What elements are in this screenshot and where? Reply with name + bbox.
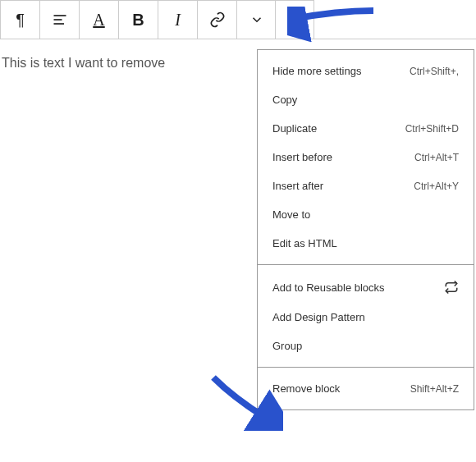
menu-item-label: Hide more settings — [272, 65, 361, 77]
menu-hide-more-settings[interactable]: Hide more settings Ctrl+Shift+, — [258, 57, 474, 85]
menu-copy[interactable]: Copy — [258, 85, 474, 114]
menu-item-shortcut: Ctrl+Alt+T — [414, 152, 459, 163]
menu-item-label: Move to — [272, 208, 310, 221]
paragraph-icon: ¶ — [16, 11, 25, 30]
menu-item-shortcut: Ctrl+Alt+Y — [414, 181, 459, 192]
align-button[interactable] — [39, 0, 79, 39]
menu-item-label: Edit as HTML — [272, 237, 337, 249]
chevron-down-icon — [249, 12, 264, 27]
bold-icon: B — [132, 11, 144, 30]
more-vertical-icon — [294, 14, 296, 26]
menu-item-label: Add Design Pattern — [272, 311, 365, 323]
menu-group[interactable]: Group — [258, 332, 474, 360]
menu-insert-after[interactable]: Insert after Ctrl+Alt+Y — [258, 172, 474, 200]
text-color-icon: A — [93, 11, 104, 30]
menu-item-label: Duplicate — [272, 122, 317, 135]
menu-section-3: Remove block Shift+Alt+Z — [258, 368, 474, 409]
menu-insert-before[interactable]: Insert before Ctrl+Alt+T — [258, 143, 474, 172]
bold-button[interactable]: B — [118, 0, 158, 39]
menu-edit-as-html[interactable]: Edit as HTML — [258, 229, 474, 258]
more-rich-text-button[interactable] — [236, 0, 276, 39]
menu-add-design-pattern[interactable]: Add Design Pattern — [258, 303, 474, 332]
menu-remove-block[interactable]: Remove block Shift+Alt+Z — [258, 374, 474, 403]
link-icon — [209, 11, 226, 28]
italic-button[interactable]: I — [158, 0, 197, 39]
menu-item-shortcut: Shift+Alt+Z — [410, 383, 459, 395]
menu-item-label: Insert after — [272, 180, 323, 192]
align-left-icon — [52, 11, 68, 28]
block-options-menu: Hide more settings Ctrl+Shift+, Copy Dup… — [257, 49, 474, 410]
menu-item-label: Remove block — [272, 382, 340, 395]
menu-duplicate[interactable]: Duplicate Ctrl+Shift+D — [258, 114, 474, 143]
menu-item-shortcut: Ctrl+Shift+D — [405, 123, 459, 135]
menu-section-1: Hide more settings Ctrl+Shift+, Copy Dup… — [258, 50, 474, 265]
menu-move-to[interactable]: Move to — [258, 200, 474, 229]
menu-item-label: Insert before — [272, 151, 332, 163]
menu-section-2: Add to Reusable blocks Add Design Patter… — [258, 265, 474, 368]
more-options-button[interactable] — [275, 0, 314, 39]
text-color-button[interactable]: A — [79, 0, 118, 39]
paragraph-block-button[interactable]: ¶ — [0, 0, 39, 39]
menu-item-shortcut: Ctrl+Shift+, — [410, 66, 459, 77]
block-toolbar: ¶ A B I — [0, 0, 476, 39]
italic-icon: I — [175, 11, 181, 30]
menu-add-reusable-blocks[interactable]: Add to Reusable blocks — [258, 272, 474, 303]
menu-item-label: Copy — [272, 94, 297, 106]
reusable-icon — [444, 280, 459, 295]
link-button[interactable] — [197, 0, 236, 39]
menu-item-label: Add to Reusable blocks — [272, 281, 385, 294]
menu-item-label: Group — [272, 340, 302, 352]
